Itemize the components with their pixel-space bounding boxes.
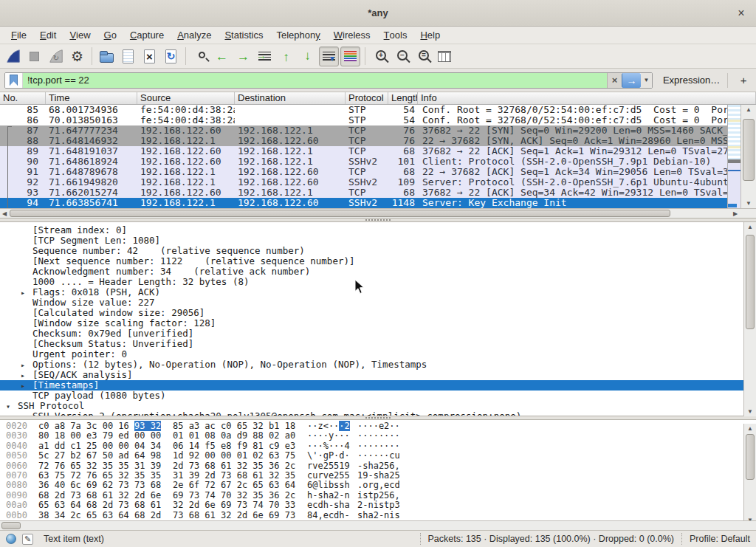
detail-line[interactable]: [Calculated window size: 29056] — [0, 308, 743, 318]
add-filter-button[interactable]: + — [735, 74, 752, 86]
detail-line[interactable]: ▾SSH Protocol — [0, 401, 743, 411]
detail-line[interactable]: TCP payload (1080 bytes) — [0, 391, 743, 401]
menu-item[interactable]: Capture — [123, 27, 171, 44]
column-header-protocol[interactable]: Protocol — [346, 92, 388, 104]
filter-history-dropdown[interactable]: ▼ — [641, 73, 652, 88]
packet-row[interactable]: 90 71.648618924 192.168.122.60 192.168.1… — [0, 156, 727, 167]
hex-row[interactable]: 003080 18 00 e3 79 ed 00 0001 01 08 0a d… — [0, 431, 756, 441]
detail-line[interactable]: [Next sequence number: 1122 (relative se… — [0, 256, 743, 266]
hex-row[interactable]: 0020c0 a8 7a 3c 00 16 93 3285 a3 ac c0 6… — [0, 422, 756, 431]
detail-line[interactable]: [Checksum Status: Unverified] — [0, 339, 743, 349]
resize-columns-button[interactable] — [434, 47, 454, 66]
expression-button[interactable]: Expression… — [663, 75, 720, 86]
scroll-right-arrow[interactable]: ▶ — [731, 210, 740, 217]
zoom-in-button[interactable]: + — [370, 47, 390, 66]
colorize-packets-button[interactable] — [340, 47, 360, 66]
hex-row[interactable]: 00505c 27 b2 67 50 ad 64 981d 92 00 00 0… — [0, 451, 756, 461]
menu-item[interactable]: Wireless — [327, 27, 377, 44]
detail-line[interactable]: ▸Flags: 0x018 (PSH, ACK) — [0, 287, 743, 297]
menu-item[interactable]: View — [63, 27, 97, 44]
filter-bookmark-button[interactable] — [5, 73, 23, 88]
packet-row[interactable]: 92 71.661949820 192.168.122.1 192.168.12… — [0, 177, 727, 188]
packet-row[interactable]: 94 71.663856741 192.168.122.1 192.168.12… — [0, 198, 727, 208]
detail-line[interactable]: Acknowledgment number: 34 (relative ack … — [0, 266, 743, 277]
open-file-button[interactable] — [97, 47, 117, 66]
scroll-up-arrow[interactable]: ▲ — [741, 105, 756, 114]
window-close-button[interactable]: × — [734, 6, 749, 21]
go-forward-button[interactable]: → — [233, 47, 253, 66]
hex-row[interactable]: 00b038 34 2c 65 63 64 68 2d73 68 61 32 2… — [0, 511, 756, 520]
packet-list-horizontal-scrollbar[interactable]: ◀ ▶ — [0, 208, 756, 218]
auto-scroll-button[interactable]: ▾ — [319, 47, 339, 66]
find-packet-button[interactable] — [190, 47, 210, 66]
close-file-button[interactable]: × — [140, 47, 159, 66]
detail-line[interactable]: Window size value: 227 — [0, 297, 743, 308]
detail-line[interactable]: Sequence number: 42 (relative sequence n… — [0, 246, 743, 256]
column-header-time[interactable]: Time — [46, 92, 137, 104]
detail-line[interactable]: ▸Options: (12 bytes), No-Operation (NOP)… — [0, 359, 743, 370]
save-file-button[interactable] — [118, 47, 138, 66]
column-header-length[interactable]: Length — [388, 92, 418, 104]
packet-row[interactable]: 91 71.648789678 192.168.122.1 192.168.12… — [0, 167, 727, 177]
go-first-packet-button[interactable]: ↑ — [276, 47, 296, 66]
scrollbar-thumb[interactable] — [746, 235, 755, 329]
hex-horizontal-scrollbar[interactable] — [0, 520, 756, 530]
filter-apply-button[interactable]: → — [622, 73, 641, 88]
expert-info-icon[interactable] — [6, 534, 16, 544]
packet-row[interactable]: 85 68.001734936 fe:54:00:d4:38:2a STP 54… — [0, 105, 727, 115]
detail-line[interactable]: ▸SSH Version 2 (encryption:chacha20-poly… — [0, 411, 743, 416]
zoom-reset-button[interactable]: = — [413, 47, 433, 66]
menu-item[interactable]: Tools — [377, 27, 414, 44]
scroll-left-arrow[interactable]: ◀ — [0, 210, 9, 217]
go-to-packet-button[interactable]: → — [255, 47, 275, 66]
capture-options-button[interactable]: ⚙ — [67, 47, 87, 66]
details-vertical-scrollbar[interactable]: ▲ ▼ — [743, 222, 756, 416]
column-header-destination[interactable]: Destination — [235, 92, 346, 104]
scrollbar-thumb[interactable] — [743, 119, 755, 181]
expand-arrow-icon[interactable]: ▸ — [21, 360, 32, 370]
scrollbar-thumb[interactable] — [10, 210, 670, 217]
scroll-down-arrow[interactable]: ▼ — [741, 199, 756, 208]
title-bar[interactable]: *any × — [0, 0, 756, 27]
detail-line[interactable]: [TCP Segment Len: 1080] — [0, 235, 743, 246]
expand-arrow-icon[interactable]: ▸ — [21, 412, 32, 416]
hex-row[interactable]: 006072 76 65 32 35 35 31 392d 73 68 61 3… — [0, 461, 756, 471]
packet-list-vertical-scrollbar[interactable]: ▲ ▼ — [740, 105, 756, 208]
scroll-up-arrow[interactable]: ▲ — [747, 424, 753, 433]
start-capture-button[interactable] — [3, 47, 23, 66]
scroll-up-arrow[interactable]: ▲ — [747, 222, 753, 232]
profile-label[interactable]: Profile: Default — [690, 534, 750, 544]
detail-line[interactable]: Urgent pointer: 0 — [0, 349, 743, 359]
scrollbar-thumb[interactable] — [1, 522, 21, 529]
packet-row[interactable]: 88 71.648146932 192.168.122.1 192.168.12… — [0, 136, 727, 146]
detail-line[interactable]: [Stream index: 0] — [0, 225, 743, 235]
intelligent-scrollbar-minimap[interactable] — [727, 105, 740, 208]
hex-row[interactable]: 009068 2d 73 68 61 32 2d 6e69 73 74 70 3… — [0, 491, 756, 500]
detail-line[interactable]: ▸[Timestamps] — [0, 380, 743, 391]
packet-row[interactable]: 87 71.647777234 192.168.122.60 192.168.1… — [0, 125, 727, 136]
scroll-down-arrow[interactable]: ▼ — [747, 407, 753, 416]
restart-capture-button[interactable]: ↻ — [46, 47, 66, 66]
hex-row[interactable]: 008036 40 6c 69 62 73 73 682e 6f 72 67 2… — [0, 481, 756, 490]
menu-item[interactable]: Statistics — [218, 27, 269, 44]
hex-row[interactable]: 007063 75 72 76 65 32 35 3531 39 2d 73 6… — [0, 471, 756, 481]
detail-line[interactable]: Checksum: 0x79ed [unverified] — [0, 328, 743, 339]
display-filter-input[interactable] — [23, 73, 607, 88]
capture-comment-icon[interactable]: ✎ — [22, 534, 33, 545]
go-back-button[interactable]: ← — [212, 47, 232, 66]
expand-arrow-icon[interactable]: ▸ — [21, 371, 32, 380]
column-header-info[interactable]: Info — [418, 92, 756, 104]
reload-file-button[interactable]: ↻ — [161, 47, 181, 66]
hex-row[interactable]: 0040a1 dd c1 25 00 00 04 3406 14 f5 e8 f… — [0, 441, 756, 451]
go-last-packet-button[interactable]: ↓ — [298, 47, 317, 66]
filter-clear-button[interactable]: × — [607, 73, 622, 88]
scrollbar-thumb[interactable] — [746, 434, 755, 480]
detail-line[interactable]: [Window size scaling factor: 128] — [0, 318, 743, 328]
packet-row[interactable]: 93 71.662015274 192.168.122.60 192.168.1… — [0, 188, 727, 198]
expand-arrow-icon[interactable]: ▾ — [6, 402, 18, 411]
menu-item[interactable]: Telephony — [269, 27, 326, 44]
stop-capture-button[interactable] — [24, 47, 44, 66]
menu-item[interactable]: Help — [413, 27, 447, 44]
hex-row[interactable]: 00a065 63 64 68 2d 73 68 6132 2d 6e 69 7… — [0, 500, 756, 510]
column-header-source[interactable]: Source — [137, 92, 235, 104]
